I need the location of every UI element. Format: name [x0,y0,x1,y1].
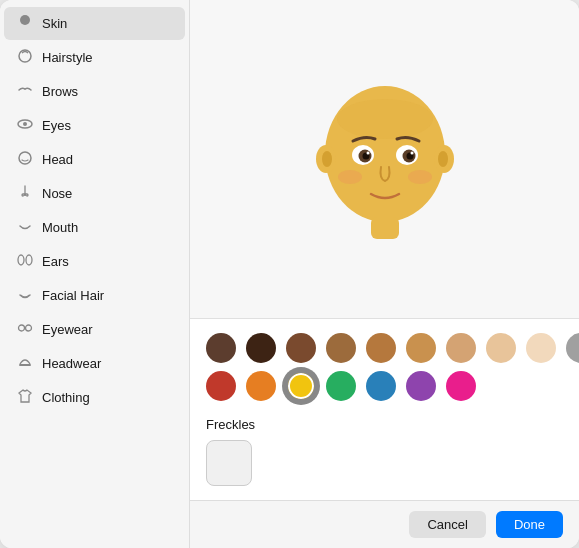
freckles-swatch[interactable] [206,440,252,486]
sidebar-label-facial-hair: Facial Hair [42,288,104,303]
facial-hair-icon [16,286,34,305]
sidebar-item-headwear[interactable]: Headwear [4,347,185,380]
svg-point-2 [23,122,27,126]
sidebar-item-clothing[interactable]: Clothing [4,381,185,414]
sidebar-label-eyewear: Eyewear [42,322,93,337]
freckles-section: Freckles [206,417,563,486]
sidebar-label-ears: Ears [42,254,69,269]
color-swatch-c10[interactable] [566,333,579,363]
color-swatch-c12[interactable] [246,371,276,401]
sidebar-label-eyes: Eyes [42,118,71,133]
svg-point-16 [337,99,433,139]
sidebar-label-headwear: Headwear [42,356,101,371]
ears-icon [16,252,34,271]
sidebar-item-head[interactable]: Head [4,143,185,176]
clothing-icon [16,388,34,407]
headwear-icon [16,354,34,373]
nose-icon [16,184,34,203]
cancel-button[interactable]: Cancel [409,511,485,538]
svg-rect-27 [371,217,399,239]
svg-point-3 [19,152,31,164]
sidebar-label-clothing: Clothing [42,390,90,405]
eyewear-icon [16,320,34,339]
sidebar-item-brows[interactable]: Brows [4,75,185,108]
avatar-emoji [305,59,465,259]
sidebar-item-hairstyle[interactable]: Hairstyle [4,41,185,74]
sidebar-item-skin[interactable]: Skin [4,7,185,40]
sidebar-label-head: Head [42,152,73,167]
skin-color-row-1 [206,333,563,363]
svg-point-5 [26,255,32,265]
color-swatch-c3[interactable] [286,333,316,363]
svg-rect-10 [19,364,31,366]
sidebar-label-brows: Brows [42,84,78,99]
color-grid [206,333,563,401]
options-panel: Freckles [190,318,579,500]
svg-point-25 [338,170,362,184]
svg-point-23 [366,152,369,155]
svg-point-15 [438,151,448,167]
color-swatch-c4[interactable] [326,333,356,363]
color-swatch-c16[interactable] [406,371,436,401]
footer: Cancel Done [190,500,579,548]
color-swatch-c11[interactable] [206,371,236,401]
eyes-icon [16,116,34,135]
svg-point-24 [410,152,413,155]
skin-icon [16,14,34,33]
color-swatch-c1[interactable] [206,333,236,363]
color-swatch-c15[interactable] [366,371,396,401]
color-swatch-c7[interactable] [446,333,476,363]
sidebar-item-facial-hair[interactable]: Facial Hair [4,279,185,312]
sidebar-label-mouth: Mouth [42,220,78,235]
main-window: SkinHairstyleBrowsEyesHeadNoseMouthEarsF… [0,0,579,548]
color-swatch-c6[interactable] [406,333,436,363]
freckles-label: Freckles [206,417,563,432]
sidebar-label-hairstyle: Hairstyle [42,50,93,65]
color-swatch-c2[interactable] [246,333,276,363]
sidebar-label-skin: Skin [42,16,67,31]
head-icon [16,150,34,169]
skin-color-row-2 [206,371,563,401]
color-swatch-c14[interactable] [326,371,356,401]
sidebar-item-ears[interactable]: Ears [4,245,185,278]
color-swatch-c8[interactable] [486,333,516,363]
sidebar-item-eyewear[interactable]: Eyewear [4,313,185,346]
sidebar-label-nose: Nose [42,186,72,201]
color-swatch-c13[interactable] [286,371,316,401]
sidebar-item-mouth[interactable]: Mouth [4,211,185,244]
color-swatch-c9[interactable] [526,333,556,363]
mouth-icon [16,218,34,237]
done-button[interactable]: Done [496,511,563,538]
svg-point-14 [322,151,332,167]
svg-point-26 [408,170,432,184]
color-swatch-c5[interactable] [366,333,396,363]
brows-icon [16,82,34,101]
sidebar: SkinHairstyleBrowsEyesHeadNoseMouthEarsF… [0,0,190,548]
svg-point-7 [26,325,32,331]
sidebar-item-eyes[interactable]: Eyes [4,109,185,142]
svg-point-4 [18,255,24,265]
sidebar-item-nose[interactable]: Nose [4,177,185,210]
avatar-preview-area [190,0,579,318]
hairstyle-icon [16,48,34,67]
right-panel: Freckles Cancel Done [190,0,579,548]
color-swatch-c17[interactable] [446,371,476,401]
svg-point-6 [19,325,25,331]
